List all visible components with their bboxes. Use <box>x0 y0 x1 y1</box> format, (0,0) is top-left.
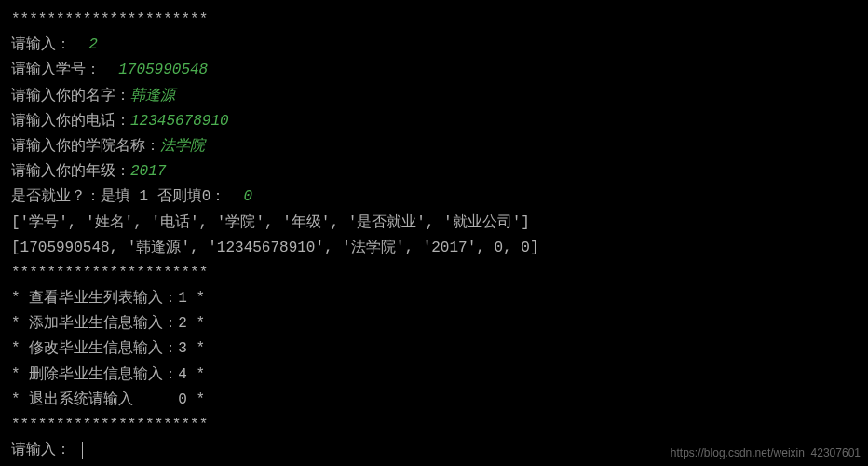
separator-line: ********************** <box>11 261 857 286</box>
separator-line: ********************** <box>11 7 857 33</box>
input-college-value: 法学院 <box>160 138 205 155</box>
input-name-value: 韩逢源 <box>130 88 175 104</box>
menu-item-4: * 删除毕业生信息输入：4 * <box>11 363 857 388</box>
input-employment-value: 0 <box>244 188 253 205</box>
input-line-phone: 请输入你的电话：12345678910 <box>11 109 857 134</box>
menu-item-2: * 添加毕业生信息输入：2 * <box>11 311 857 336</box>
prompt-student-id: 请输入学号： <box>11 62 101 78</box>
final-prompt: 请输入： <box>11 442 71 459</box>
output-data: [1705990548, '韩逢源', '12345678910', '法学院'… <box>11 236 857 261</box>
input-line-grade: 请输入你的年级：2017 <box>11 159 857 185</box>
input-line-student-id: 请输入学号： 1705990548 <box>11 58 857 83</box>
input-phone-value: 12345678910 <box>130 113 229 130</box>
cursor-icon <box>82 442 83 459</box>
input-line-choice: 请输入： 2 <box>11 33 857 58</box>
prompt-name: 请输入你的名字： <box>11 88 130 104</box>
input-line-college: 请输入你的学院名称：法学院 <box>11 134 857 159</box>
menu-item-1: * 查看毕业生列表输入：1 * <box>11 286 857 311</box>
watermark-text: https://blog.csdn.net/weixin_42307601 <box>671 444 861 462</box>
prompt-phone: 请输入你的电话： <box>11 113 130 130</box>
menu-item-5: * 退出系统请输入 0 * <box>11 388 857 413</box>
input-student-id-value: 1705990548 <box>118 62 208 78</box>
separator-line: ********************** <box>11 413 857 438</box>
menu-item-3: * 修改毕业生信息输入：3 * <box>11 336 857 362</box>
input-choice-value: 2 <box>88 36 98 53</box>
prompt-grade: 请输入你的年级： <box>11 163 130 180</box>
input-line-employment: 是否就业？：是填 1 否则填0： 0 <box>11 185 857 210</box>
output-headers: ['学号', '姓名', '电话', '学院', '年级', '是否就业', '… <box>11 211 857 236</box>
prompt-college: 请输入你的学院名称： <box>11 138 160 155</box>
prompt-input: 请输入： <box>11 36 71 53</box>
prompt-employment: 是否就业？：是填 1 否则填0： <box>11 188 225 205</box>
input-grade-value: 2017 <box>130 163 166 180</box>
input-line-name: 请输入你的名字：韩逢源 <box>11 84 857 109</box>
